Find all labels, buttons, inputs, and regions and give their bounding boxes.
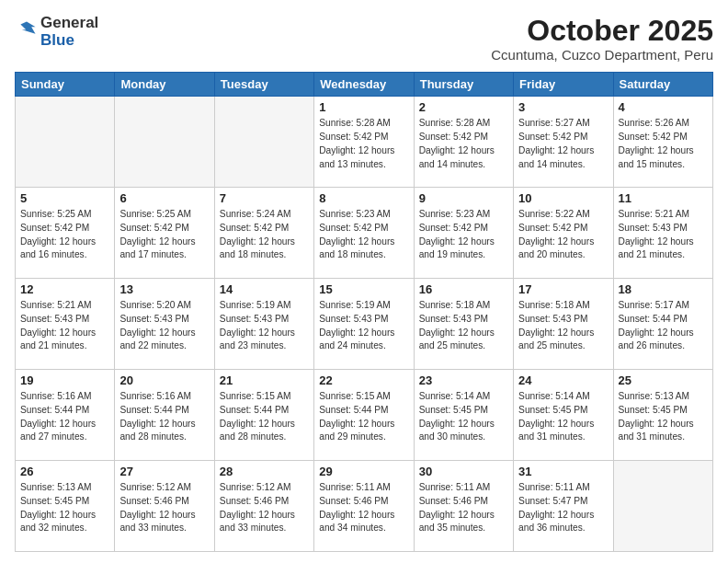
day-info: Sunrise: 5:18 AM Sunset: 5:43 PM Dayligh… (518, 299, 608, 353)
day-info: Sunrise: 5:11 AM Sunset: 5:47 PM Dayligh… (518, 481, 608, 535)
day-number: 11 (619, 191, 708, 205)
day-info: Sunrise: 5:21 AM Sunset: 5:43 PM Dayligh… (619, 208, 708, 262)
calendar-cell: 6Sunrise: 5:25 AM Sunset: 5:42 PM Daylig… (115, 188, 214, 279)
day-number: 6 (119, 191, 209, 205)
calendar-cell: 19Sunrise: 5:16 AM Sunset: 5:44 PM Dayli… (16, 370, 115, 461)
day-number: 8 (319, 191, 408, 205)
calendar-cell: 29Sunrise: 5:11 AM Sunset: 5:46 PM Dayli… (314, 461, 414, 552)
day-info: Sunrise: 5:20 AM Sunset: 5:43 PM Dayligh… (119, 299, 209, 353)
day-number: 30 (419, 465, 508, 478)
calendar-cell: 31Sunrise: 5:11 AM Sunset: 5:47 PM Dayli… (514, 461, 613, 552)
calendar-cell: 18Sunrise: 5:17 AM Sunset: 5:44 PM Dayli… (613, 279, 712, 370)
calendar-cell (214, 97, 313, 188)
day-number: 10 (518, 191, 608, 205)
calendar-cell: 5Sunrise: 5:25 AM Sunset: 5:42 PM Daylig… (16, 188, 115, 279)
calendar-cell: 17Sunrise: 5:18 AM Sunset: 5:43 PM Dayli… (514, 279, 613, 370)
day-number: 5 (20, 191, 109, 205)
day-number: 7 (220, 191, 309, 205)
day-info: Sunrise: 5:15 AM Sunset: 5:44 PM Dayligh… (220, 390, 309, 444)
calendar-cell: 12Sunrise: 5:21 AM Sunset: 5:43 PM Dayli… (16, 279, 115, 370)
day-number: 18 (619, 282, 708, 296)
calendar-cell: 16Sunrise: 5:18 AM Sunset: 5:43 PM Dayli… (414, 279, 513, 370)
logo: General Blue (15, 15, 98, 49)
day-number: 23 (419, 373, 508, 387)
header-saturday: Saturday (613, 73, 712, 97)
calendar-cell: 4Sunrise: 5:26 AM Sunset: 5:42 PM Daylig… (613, 97, 712, 188)
calendar-cell: 2Sunrise: 5:28 AM Sunset: 5:42 PM Daylig… (414, 97, 513, 188)
calendar-cell: 3Sunrise: 5:27 AM Sunset: 5:42 PM Daylig… (514, 97, 613, 188)
day-number: 9 (419, 191, 508, 205)
day-number: 27 (119, 465, 209, 478)
header-monday: Monday (115, 73, 214, 97)
header-sunday: Sunday (16, 73, 115, 97)
calendar-cell: 11Sunrise: 5:21 AM Sunset: 5:43 PM Dayli… (613, 188, 712, 279)
calendar-cell: 25Sunrise: 5:13 AM Sunset: 5:45 PM Dayli… (613, 370, 712, 461)
day-number: 25 (619, 373, 708, 387)
header-friday: Friday (514, 73, 613, 97)
day-info: Sunrise: 5:14 AM Sunset: 5:45 PM Dayligh… (518, 390, 608, 444)
logo-blue: Blue (40, 32, 98, 50)
day-number: 22 (319, 373, 408, 387)
logo-bird-icon (17, 20, 37, 40)
day-info: Sunrise: 5:11 AM Sunset: 5:46 PM Dayligh… (319, 481, 408, 535)
logo-general: General (40, 15, 98, 32)
day-number: 14 (220, 282, 309, 296)
day-info: Sunrise: 5:28 AM Sunset: 5:42 PM Dayligh… (319, 117, 408, 171)
day-number: 2 (419, 100, 508, 114)
day-number: 15 (319, 282, 408, 296)
day-info: Sunrise: 5:25 AM Sunset: 5:42 PM Dayligh… (20, 208, 109, 262)
day-info: Sunrise: 5:13 AM Sunset: 5:45 PM Dayligh… (619, 390, 708, 444)
calendar-cell: 10Sunrise: 5:22 AM Sunset: 5:42 PM Dayli… (514, 188, 613, 279)
day-number: 3 (518, 100, 608, 114)
header-wednesday: Wednesday (314, 73, 414, 97)
calendar-cell: 28Sunrise: 5:12 AM Sunset: 5:46 PM Dayli… (214, 461, 313, 552)
day-info: Sunrise: 5:24 AM Sunset: 5:42 PM Dayligh… (220, 208, 309, 262)
day-info: Sunrise: 5:15 AM Sunset: 5:44 PM Dayligh… (319, 390, 408, 444)
calendar-cell: 27Sunrise: 5:12 AM Sunset: 5:46 PM Dayli… (115, 461, 214, 552)
day-info: Sunrise: 5:12 AM Sunset: 5:46 PM Dayligh… (119, 481, 209, 535)
calendar-cell: 1Sunrise: 5:28 AM Sunset: 5:42 PM Daylig… (314, 97, 414, 188)
calendar-subtitle: Ccuntuma, Cuzco Department, Peru (491, 47, 713, 63)
calendar-header: Sunday Monday Tuesday Wednesday Thursday… (16, 73, 713, 97)
day-info: Sunrise: 5:26 AM Sunset: 5:42 PM Dayligh… (619, 117, 708, 171)
calendar-cell: 22Sunrise: 5:15 AM Sunset: 5:44 PM Dayli… (314, 370, 414, 461)
calendar-cell (115, 97, 214, 188)
day-info: Sunrise: 5:16 AM Sunset: 5:44 PM Dayligh… (20, 390, 109, 444)
day-info: Sunrise: 5:12 AM Sunset: 5:46 PM Dayligh… (220, 481, 309, 535)
day-info: Sunrise: 5:28 AM Sunset: 5:42 PM Dayligh… (419, 117, 508, 171)
day-number: 16 (419, 282, 508, 296)
day-number: 21 (220, 373, 309, 387)
week-row-4: 19Sunrise: 5:16 AM Sunset: 5:44 PM Dayli… (16, 370, 713, 461)
day-number: 13 (119, 282, 209, 296)
day-number: 4 (619, 100, 708, 114)
week-row-1: 1Sunrise: 5:28 AM Sunset: 5:42 PM Daylig… (16, 97, 713, 188)
day-number: 29 (319, 465, 408, 478)
calendar-cell: 23Sunrise: 5:14 AM Sunset: 5:45 PM Dayli… (414, 370, 513, 461)
week-row-5: 26Sunrise: 5:13 AM Sunset: 5:45 PM Dayli… (16, 461, 713, 552)
day-number: 12 (20, 282, 109, 296)
calendar-cell: 13Sunrise: 5:20 AM Sunset: 5:43 PM Dayli… (115, 279, 214, 370)
calendar-cell: 14Sunrise: 5:19 AM Sunset: 5:43 PM Dayli… (214, 279, 313, 370)
calendar-cell: 30Sunrise: 5:11 AM Sunset: 5:46 PM Dayli… (414, 461, 513, 552)
day-number: 26 (20, 465, 109, 478)
header: General Blue October 2025 Ccuntuma, Cuzc… (15, 15, 713, 63)
day-number: 1 (319, 100, 408, 114)
day-info: Sunrise: 5:17 AM Sunset: 5:44 PM Dayligh… (619, 299, 708, 353)
day-info: Sunrise: 5:11 AM Sunset: 5:46 PM Dayligh… (419, 481, 508, 535)
day-info: Sunrise: 5:16 AM Sunset: 5:44 PM Dayligh… (119, 390, 209, 444)
calendar-cell: 21Sunrise: 5:15 AM Sunset: 5:44 PM Dayli… (214, 370, 313, 461)
day-info: Sunrise: 5:19 AM Sunset: 5:43 PM Dayligh… (319, 299, 408, 353)
calendar-cell: 9Sunrise: 5:23 AM Sunset: 5:42 PM Daylig… (414, 188, 513, 279)
calendar-title: October 2025 (491, 15, 713, 47)
day-info: Sunrise: 5:21 AM Sunset: 5:43 PM Dayligh… (20, 299, 109, 353)
day-info: Sunrise: 5:25 AM Sunset: 5:42 PM Dayligh… (119, 208, 209, 262)
title-block: October 2025 Ccuntuma, Cuzco Department,… (491, 15, 713, 63)
day-info: Sunrise: 5:19 AM Sunset: 5:43 PM Dayligh… (220, 299, 309, 353)
day-info: Sunrise: 5:27 AM Sunset: 5:42 PM Dayligh… (518, 117, 608, 171)
day-info: Sunrise: 5:13 AM Sunset: 5:45 PM Dayligh… (20, 481, 109, 535)
day-number: 20 (119, 373, 209, 387)
day-info: Sunrise: 5:14 AM Sunset: 5:45 PM Dayligh… (419, 390, 508, 444)
header-tuesday: Tuesday (214, 73, 313, 97)
calendar-cell: 8Sunrise: 5:23 AM Sunset: 5:42 PM Daylig… (314, 188, 414, 279)
week-row-2: 5Sunrise: 5:25 AM Sunset: 5:42 PM Daylig… (16, 188, 713, 279)
